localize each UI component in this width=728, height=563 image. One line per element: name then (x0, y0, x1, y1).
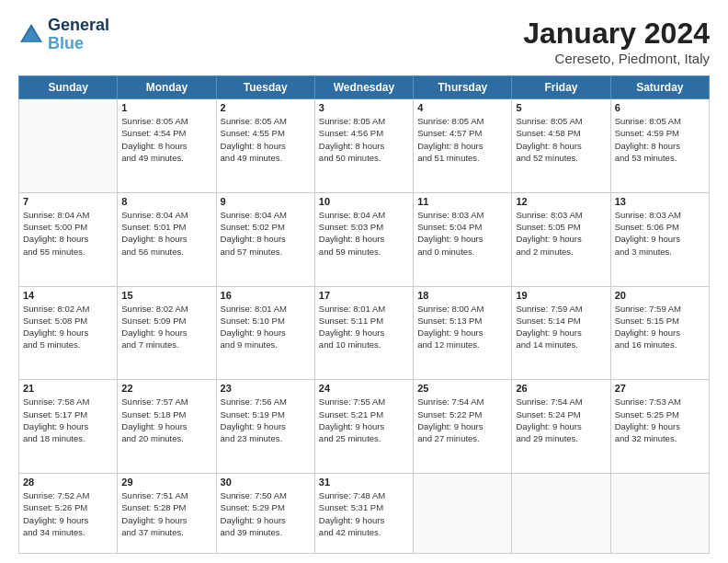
day-number: 22 (121, 383, 211, 394)
calendar-day-cell: 13Sunrise: 8:03 AMSunset: 5:06 PMDayligh… (610, 192, 709, 286)
day-info: Sunrise: 8:03 AMSunset: 5:04 PMDaylight:… (417, 209, 507, 258)
day-number: 7 (23, 196, 113, 207)
day-info: Sunrise: 8:04 AMSunset: 5:01 PMDaylight:… (121, 209, 211, 258)
day-number: 23 (221, 383, 311, 394)
day-number: 20 (615, 290, 705, 301)
calendar-day-cell: 10Sunrise: 8:04 AMSunset: 5:03 PMDayligh… (314, 192, 413, 286)
calendar-day-cell: 6Sunrise: 8:05 AMSunset: 4:59 PMDaylight… (610, 99, 709, 193)
day-number: 2 (221, 102, 311, 113)
day-header-friday: Friday (512, 76, 610, 99)
day-number: 4 (417, 102, 507, 113)
calendar-week-row: 7Sunrise: 8:04 AMSunset: 5:00 PMDaylight… (19, 192, 710, 286)
day-info: Sunrise: 7:55 AMSunset: 5:21 PMDaylight:… (319, 396, 409, 444)
calendar-day-cell: 31Sunrise: 7:48 AMSunset: 5:31 PMDayligh… (314, 474, 413, 554)
logo-text: General Blue (48, 17, 109, 53)
day-info: Sunrise: 7:51 AMSunset: 5:28 PMDaylight:… (121, 489, 211, 538)
day-number: 28 (23, 477, 113, 488)
calendar-day-cell: 30Sunrise: 7:50 AMSunset: 5:29 PMDayligh… (216, 474, 314, 554)
day-number: 13 (615, 196, 705, 207)
calendar-day-cell: 27Sunrise: 7:53 AMSunset: 5:25 PMDayligh… (610, 380, 709, 474)
calendar-day-cell: 14Sunrise: 8:02 AMSunset: 5:08 PMDayligh… (19, 286, 118, 380)
day-number: 31 (319, 477, 409, 488)
day-info: Sunrise: 8:05 AMSunset: 4:56 PMDaylight:… (319, 115, 409, 164)
day-info: Sunrise: 8:04 AMSunset: 5:00 PMDaylight:… (23, 209, 113, 258)
day-number: 1 (121, 102, 211, 113)
day-info: Sunrise: 7:52 AMSunset: 5:26 PMDaylight:… (23, 489, 113, 538)
day-header-saturday: Saturday (610, 76, 709, 99)
day-number: 5 (516, 102, 606, 113)
day-number: 27 (615, 383, 705, 394)
day-number: 16 (221, 290, 311, 301)
calendar-day-cell: 29Sunrise: 7:51 AMSunset: 5:28 PMDayligh… (118, 474, 216, 554)
calendar-table: SundayMondayTuesdayWednesdayThursdayFrid… (18, 75, 710, 554)
main-title: January 2024 (523, 17, 710, 51)
calendar-day-cell: 28Sunrise: 7:52 AMSunset: 5:26 PMDayligh… (19, 474, 118, 554)
calendar-day-cell: 15Sunrise: 8:02 AMSunset: 5:09 PMDayligh… (118, 286, 216, 380)
day-info: Sunrise: 8:01 AMSunset: 5:10 PMDaylight:… (221, 303, 311, 351)
day-number: 19 (516, 290, 606, 301)
calendar-day-cell: 4Sunrise: 8:05 AMSunset: 4:57 PMDaylight… (414, 99, 512, 193)
day-info: Sunrise: 8:02 AMSunset: 5:09 PMDaylight:… (121, 303, 211, 351)
calendar-day-cell (19, 99, 118, 193)
calendar-day-cell: 2Sunrise: 8:05 AMSunset: 4:55 PMDaylight… (216, 99, 314, 193)
subtitle: Cereseto, Piedmont, Italy (523, 51, 710, 66)
day-number: 24 (319, 383, 409, 394)
day-number: 15 (121, 290, 211, 301)
calendar-week-row: 21Sunrise: 7:58 AMSunset: 5:17 PMDayligh… (19, 380, 710, 474)
calendar-day-cell: 11Sunrise: 8:03 AMSunset: 5:04 PMDayligh… (414, 192, 512, 286)
calendar-week-row: 28Sunrise: 7:52 AMSunset: 5:26 PMDayligh… (19, 474, 710, 554)
day-info: Sunrise: 7:56 AMSunset: 5:19 PMDaylight:… (221, 396, 311, 444)
day-info: Sunrise: 7:54 AMSunset: 5:24 PMDaylight:… (516, 396, 606, 444)
calendar-day-cell: 26Sunrise: 7:54 AMSunset: 5:24 PMDayligh… (512, 380, 610, 474)
calendar-day-cell: 18Sunrise: 8:00 AMSunset: 5:13 PMDayligh… (414, 286, 512, 380)
day-info: Sunrise: 7:53 AMSunset: 5:25 PMDaylight:… (615, 396, 705, 444)
calendar-day-cell: 22Sunrise: 7:57 AMSunset: 5:18 PMDayligh… (118, 380, 216, 474)
day-number: 14 (23, 290, 113, 301)
calendar-day-cell: 23Sunrise: 7:56 AMSunset: 5:19 PMDayligh… (216, 380, 314, 474)
day-info: Sunrise: 8:05 AMSunset: 4:57 PMDaylight:… (417, 115, 507, 164)
calendar-day-cell: 19Sunrise: 7:59 AMSunset: 5:14 PMDayligh… (512, 286, 610, 380)
day-info: Sunrise: 8:00 AMSunset: 5:13 PMDaylight:… (417, 303, 507, 351)
day-info: Sunrise: 8:05 AMSunset: 4:58 PMDaylight:… (516, 115, 606, 164)
calendar-day-cell: 7Sunrise: 8:04 AMSunset: 5:00 PMDaylight… (19, 192, 118, 286)
day-header-wednesday: Wednesday (314, 76, 413, 99)
page: General Blue January 2024 Cereseto, Pied… (0, 0, 728, 563)
day-number: 10 (319, 196, 409, 207)
day-number: 12 (516, 196, 606, 207)
calendar-day-cell (610, 474, 709, 554)
day-number: 29 (121, 477, 211, 488)
day-number: 26 (516, 383, 606, 394)
day-info: Sunrise: 7:58 AMSunset: 5:17 PMDaylight:… (23, 396, 113, 444)
day-info: Sunrise: 8:05 AMSunset: 4:54 PMDaylight:… (121, 115, 211, 164)
calendar-week-row: 1Sunrise: 8:05 AMSunset: 4:54 PMDaylight… (19, 99, 710, 193)
day-number: 6 (615, 102, 705, 113)
header: General Blue January 2024 Cereseto, Pied… (18, 17, 710, 66)
calendar-day-cell: 25Sunrise: 7:54 AMSunset: 5:22 PMDayligh… (414, 380, 512, 474)
day-info: Sunrise: 7:54 AMSunset: 5:22 PMDaylight:… (417, 396, 507, 444)
day-info: Sunrise: 7:50 AMSunset: 5:29 PMDaylight:… (221, 489, 311, 538)
calendar-day-cell (414, 474, 512, 554)
calendar-day-cell: 20Sunrise: 7:59 AMSunset: 5:15 PMDayligh… (610, 286, 709, 380)
day-header-thursday: Thursday (414, 76, 512, 99)
day-info: Sunrise: 8:04 AMSunset: 5:02 PMDaylight:… (221, 209, 311, 258)
day-info: Sunrise: 8:01 AMSunset: 5:11 PMDaylight:… (319, 303, 409, 351)
calendar-day-cell: 5Sunrise: 8:05 AMSunset: 4:58 PMDaylight… (512, 99, 610, 193)
day-header-tuesday: Tuesday (216, 76, 314, 99)
day-number: 21 (23, 383, 113, 394)
day-number: 25 (417, 383, 507, 394)
day-info: Sunrise: 8:02 AMSunset: 5:08 PMDaylight:… (23, 303, 113, 351)
day-number: 18 (417, 290, 507, 301)
calendar-day-cell (512, 474, 610, 554)
day-header-monday: Monday (118, 76, 216, 99)
day-number: 17 (319, 290, 409, 301)
day-info: Sunrise: 7:59 AMSunset: 5:14 PMDaylight:… (516, 303, 606, 351)
calendar-day-cell: 24Sunrise: 7:55 AMSunset: 5:21 PMDayligh… (314, 380, 413, 474)
day-info: Sunrise: 8:04 AMSunset: 5:03 PMDaylight:… (319, 209, 409, 258)
day-info: Sunrise: 8:05 AMSunset: 4:55 PMDaylight:… (221, 115, 311, 164)
day-number: 11 (417, 196, 507, 207)
day-number: 8 (121, 196, 211, 207)
logo-icon (18, 22, 44, 48)
calendar-day-cell: 16Sunrise: 8:01 AMSunset: 5:10 PMDayligh… (216, 286, 314, 380)
day-info: Sunrise: 7:48 AMSunset: 5:31 PMDaylight:… (319, 489, 409, 538)
day-info: Sunrise: 8:05 AMSunset: 4:59 PMDaylight:… (615, 115, 705, 164)
